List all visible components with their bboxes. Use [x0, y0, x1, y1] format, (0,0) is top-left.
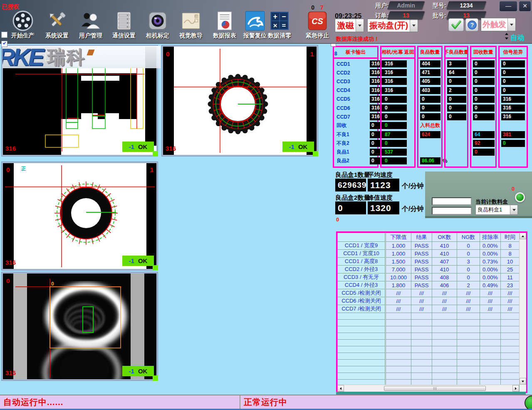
table-row[interactable]: CCD1 / 高度81.500PASS40730.73%10 [338, 258, 520, 266]
value-box: 92 [473, 140, 495, 147]
toolbar-button-10[interactable]: 07CS紧急停止 [300, 10, 334, 40]
minimize-button[interactable]: — [499, 1, 517, 12]
dropdown-arrow-icon[interactable] [510, 205, 517, 214]
resize-grip[interactable] [153, 151, 158, 157]
svg-text:×: × [273, 22, 277, 30]
scroll-up-icon[interactable] [520, 233, 526, 239]
toolbar-button-6[interactable]: 视觉教导 [174, 10, 208, 40]
camera-view-4[interactable]: 0 0 316 -1OK [1, 272, 158, 381]
dropdown-arrow-icon[interactable] [410, 19, 418, 32]
toolbar-button-2[interactable]: 系统设置 [40, 10, 74, 40]
confirm-button[interactable] [448, 18, 464, 31]
dropdown-arrow-icon[interactable] [507, 18, 515, 31]
server-icon [113, 10, 135, 32]
toolbar-button-label: 视觉教导 [174, 32, 208, 40]
value-box: 0 [473, 149, 495, 156]
horizontal-scrollbar[interactable] [337, 385, 519, 392]
column-header: 下限值 [386, 233, 411, 242]
counter-input-2[interactable] [432, 207, 472, 215]
estop-counters: 07 [300, 4, 334, 11]
stats-column-header: 相机/光幕 返回 [381, 47, 414, 59]
vertical-scrollbar[interactable] [519, 233, 526, 385]
stats-column-header: 良品数量 [418, 47, 441, 59]
spin-up-icon[interactable] [505, 33, 508, 35]
toolbar-button-3[interactable]: 用户管理 [74, 10, 108, 40]
scroll-right-icon[interactable] [512, 385, 519, 392]
close-button[interactable]: ✕ [519, 1, 531, 12]
value-box: 86.06 [420, 157, 440, 164]
result-badge: -1OK [122, 256, 154, 266]
measurement-name: CCD1 / 高度8 [338, 258, 386, 266]
auto-spinner[interactable] [505, 33, 508, 40]
toolbar-button-1[interactable]: 开始生产 [6, 10, 40, 40]
status-led-icon [515, 192, 525, 202]
box-select-dropdown[interactable]: 良品料盒1 [475, 205, 518, 215]
scroll-left-icon[interactable] [337, 385, 344, 392]
measurement-cell: PASS [411, 266, 432, 273]
table-row[interactable]: CCD3 / 有无牙10.000PASS40800.00%11 [338, 273, 520, 281]
stats-column-5: 回收数量000000064920 [470, 46, 497, 168]
toolbar-button-label: 紧急停止 [300, 32, 334, 40]
table-row[interactable]: CCD1 / 宽度91.000PASS41000.00%8 [338, 242, 520, 250]
magnet-dropdown[interactable]: 激磁 [335, 19, 364, 32]
toolbar-button-5[interactable]: 相机标定 [141, 10, 175, 40]
value-box: 0 [447, 104, 466, 112]
resize-grip[interactable] [153, 265, 158, 271]
scrollbar-thumb[interactable] [384, 386, 486, 391]
measurement-cell: 10.000 [386, 273, 411, 281]
spin-down-icon[interactable] [505, 37, 508, 40]
value-box: 0 [383, 113, 407, 120]
measurement-cell: /// [457, 289, 480, 297]
stats-row-label: CCD5 [337, 96, 350, 102]
measurement-name: CCD1 / 宽度10 [338, 250, 386, 258]
trigger-dropdown[interactable]: 外触发 [481, 18, 516, 31]
measurement-cell: 410 [432, 242, 457, 250]
value-box: 0 [420, 113, 440, 120]
camera-view-2[interactable]: 0 1 316 -1OK [161, 45, 318, 157]
table-row[interactable]: CCD7 /检测关闭////////////////// [338, 305, 520, 313]
value-box: 0 [501, 140, 525, 147]
measurement-cell: 406 [432, 281, 457, 289]
toolbar-button-9[interactable]: +−×=数据清零 [262, 10, 297, 40]
order-field[interactable]: 13 [387, 11, 425, 20]
measurement-cell: 3 [457, 258, 480, 266]
help-button[interactable]: ? [465, 18, 478, 31]
value-box: 316 [501, 113, 525, 120]
checkbox-checked[interactable] [1, 41, 7, 47]
measurement-cell: 0.00% [480, 273, 501, 281]
stats-row-label: 不良2 [337, 140, 349, 147]
checkbox-unchecked[interactable] [1, 32, 7, 38]
user-field[interactable]: Admin [387, 1, 425, 10]
camera-view-3[interactable]: 0 正 1 316 -1OK [1, 162, 158, 271]
stats-row-label: CCD3 [337, 79, 350, 84]
scroll-down-icon[interactable] [520, 378, 526, 385]
resize-grip[interactable] [313, 151, 318, 157]
value-box: 0 [473, 87, 495, 94]
tally-mark: 正 [21, 166, 26, 172]
table-row[interactable]: CCD4 / 外径31.800PASS40620.49%23 [338, 281, 520, 289]
measurement-cell: 23 [501, 281, 520, 289]
frame-counter: 0 [6, 166, 10, 173]
value-box: 64 [473, 131, 495, 138]
table-row[interactable]: CCD2 / 外径37.000PASS41000.00%25 [338, 266, 520, 273]
measurement-cell: 407 [432, 258, 457, 266]
dropdown-arrow-icon[interactable] [356, 19, 364, 32]
table-row[interactable]: CCD6 /检测关闭////////////////// [338, 297, 520, 305]
db-status-message: 数据库连接成功！ [336, 35, 379, 43]
resize-grip[interactable] [153, 375, 158, 381]
measurement-name: CCD3 / 有无牙 [338, 273, 386, 281]
model-field[interactable]: 1234 [446, 1, 486, 10]
table-row[interactable]: CCD5 /检测关闭////////////////// [338, 289, 520, 297]
indicator-value: 0 [512, 186, 515, 192]
toolbar-button-7[interactable]: 数据报表 [208, 10, 242, 40]
table-row[interactable]: CCD1 / 宽度101.000PASS41000.00%8 [338, 250, 520, 258]
empty-row [338, 346, 520, 353]
vibration-dropdown[interactable]: 振动盘(开) [367, 19, 418, 32]
result-badge: -1OK [122, 366, 154, 376]
counter-input-1[interactable] [432, 197, 472, 205]
stats-column-6: 信号差异00003163163163810 [498, 46, 528, 168]
model-label: 型号: [433, 2, 446, 10]
toolbar-button-4[interactable]: 通信设置 [107, 10, 141, 40]
total-counter: 316 [5, 145, 16, 152]
measurement-cell: PASS [411, 242, 432, 250]
